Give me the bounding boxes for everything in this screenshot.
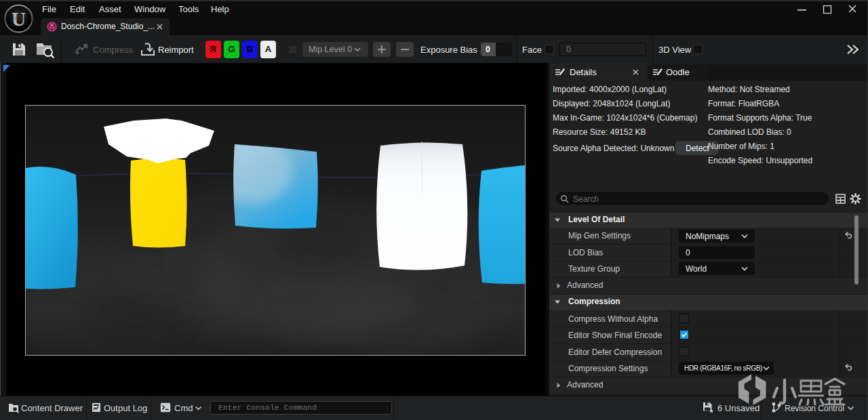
svg-text:U: U	[12, 7, 26, 30]
